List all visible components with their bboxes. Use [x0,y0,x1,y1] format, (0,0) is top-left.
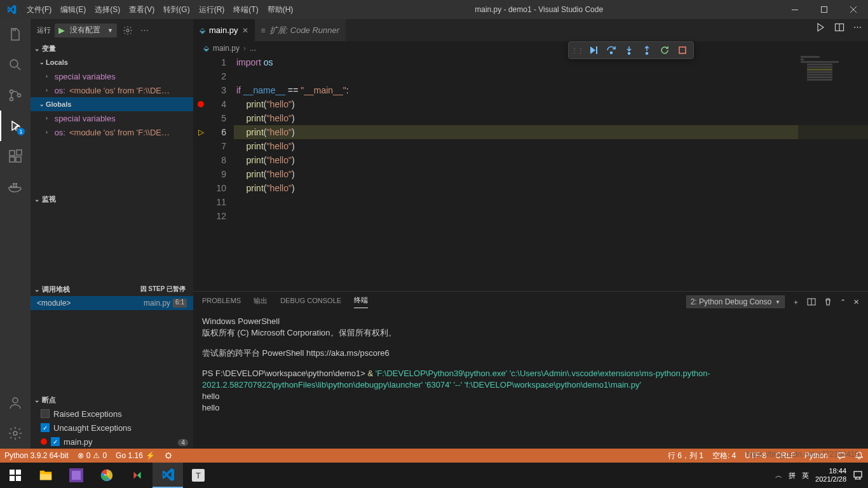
tab-main[interactable]: ⬙main.py✕ [193,19,255,41]
python-version[interactable]: Python 3.9.2 64-bit [0,449,73,463]
svg-point-2 [10,60,18,67]
go-version[interactable]: Go 1.16⚡ [111,449,159,463]
var-special-locals[interactable]: › special variables [31,69,193,83]
menu-terminal[interactable]: 终端(T) [229,4,262,15]
play-icon[interactable]: ▶ [55,25,67,35]
run-debug-icon[interactable]: 1 [0,111,31,141]
var-special-globals[interactable]: › special variables [31,111,193,125]
more-icon[interactable]: ⋯ [139,25,151,35]
checkbox-icon[interactable] [41,409,50,418]
split-terminal-icon[interactable] [807,297,816,306]
start-button[interactable] [0,463,31,488]
checkbox-icon[interactable]: ✓ [51,437,60,446]
section-watch[interactable]: ⌄监视 [31,192,193,206]
close-button[interactable] [839,0,868,19]
stop-button[interactable] [674,43,691,58]
app2-icon[interactable] [122,463,153,488]
callstack-frame[interactable]: <module> main.py6:1 [31,296,193,310]
svg-point-18 [126,29,129,32]
restart-button[interactable] [656,43,673,58]
panel-output[interactable]: 输出 [254,296,268,308]
maximize-button[interactable] [810,0,839,19]
step-over-button[interactable] [603,43,620,58]
section-breakpoints[interactable]: ⌄断点 [31,393,193,407]
step-into-button[interactable] [621,43,637,58]
menubar: 文件(F) 编辑(E) 选择(S) 查看(V) 转到(G) 运行(R) 终端(T… [22,4,297,15]
source-control-icon[interactable] [0,80,31,111]
menu-run[interactable]: 运行(R) [194,4,229,15]
menu-select[interactable]: 选择(S) [90,4,125,15]
chrome-icon[interactable] [92,463,122,488]
var-os-globals[interactable]: › os:<module 'os' from 'F:\\DE… [31,125,193,139]
section-callstack[interactable]: ⌄调用堆栈因 STEP 已暂停 [31,282,193,296]
search-icon[interactable] [0,50,31,80]
vscode-taskbar-icon[interactable] [153,463,183,488]
windows-taskbar: T ︿ 拼 英 18:442021/2/28 [0,463,868,488]
continue-button[interactable] [585,43,602,58]
bp-uncaught[interactable]: ✓Uncaught Exceptions [31,421,193,435]
locals-header[interactable]: ⌄Locals [31,55,193,69]
docker-icon[interactable] [0,172,31,202]
explorer-icon[interactable] [0,19,31,50]
checkbox-icon[interactable]: ✓ [41,423,50,432]
new-terminal-icon[interactable]: ＋ [792,297,799,307]
section-variables[interactable]: ⌄变量 [31,41,193,55]
kill-terminal-icon[interactable] [824,297,832,306]
code-editor[interactable]: ▷ 123456789101112 import osif __name__ =… [193,55,868,291]
menu-file[interactable]: 文件(F) [22,4,56,15]
chevron-down-icon[interactable]: ▼ [104,27,117,34]
globals-header[interactable]: ⌄Globals [31,97,193,111]
minimap[interactable] [798,55,868,291]
debug-toolbar[interactable]: ⋮⋮ [568,41,694,59]
bp-raised[interactable]: Raised Exceptions [31,407,193,421]
breadcrumb[interactable]: ⬙main.py›... [193,41,868,55]
svg-rect-1 [822,7,827,13]
menu-goto[interactable]: 转到(G) [159,4,194,15]
maximize-panel-icon[interactable]: ⌃ [840,298,846,306]
explorer-taskbar-icon[interactable] [31,463,61,488]
svg-rect-14 [13,183,15,185]
close-icon[interactable]: ✕ [242,26,248,35]
split-editor-icon[interactable] [834,22,844,32]
panel-terminal[interactable]: 终端 [354,295,368,308]
tab-ext[interactable]: ≡扩展: Code Runner [255,19,346,41]
extensions-icon[interactable] [0,141,31,172]
step-out-button[interactable] [639,43,655,58]
menu-edit[interactable]: 编辑(E) [56,4,90,15]
close-panel-icon[interactable]: ✕ [853,298,859,306]
panel-problems[interactable]: PROBLEMS [202,297,241,307]
app3-icon[interactable]: T [183,463,214,488]
var-os-locals[interactable]: › os:<module 'os' from 'F:\\DE… [31,83,193,97]
bp-main[interactable]: ✓main.py4 [31,435,193,449]
menu-help[interactable]: 帮助(H) [263,4,298,15]
indent[interactable]: 空格: 4 [708,449,740,463]
tray-chevron-icon[interactable]: ︿ [775,471,782,480]
debug-indicator[interactable] [159,449,177,463]
problems-count[interactable]: ⊗0⚠0 [73,449,111,463]
gear-icon[interactable] [121,25,135,36]
panel: PROBLEMS 输出 DEBUG CONSOLE 终端 2: Python D… [193,291,868,449]
panel-debug[interactable]: DEBUG CONSOLE [280,297,341,307]
menu-view[interactable]: 查看(V) [125,4,159,15]
svg-point-4 [10,98,13,101]
run-file-icon[interactable] [815,22,825,32]
svg-rect-35 [72,471,81,480]
terminal[interactable]: Windows PowerShell 版权所有 (C) Microsoft Co… [193,312,868,449]
action-center-icon[interactable] [853,470,863,480]
minimize-button[interactable] [780,0,810,19]
config-dropdown[interactable]: ▶ 没有配置 ▼ [55,24,117,37]
app-icon[interactable] [61,463,92,488]
more-actions-icon[interactable]: ⋯ [853,22,862,32]
python-file-icon: ⬙ [200,26,205,35]
terminal-dropdown[interactable]: 2: Python Debug Conso▼ [686,295,785,308]
clock[interactable]: 18:442021/2/28 [815,467,846,484]
ime-icon[interactable]: 拼 [789,471,796,480]
settings-gear-icon[interactable] [0,418,31,449]
svg-rect-20 [596,46,597,54]
ime-lang[interactable]: 英 [802,471,809,480]
account-icon[interactable] [0,388,31,418]
system-tray[interactable]: ︿ 拼 英 18:442021/2/28 [775,467,868,484]
drag-grip-icon[interactable]: ⋮⋮ [571,47,584,54]
cursor-position[interactable]: 行 6，列 1 [663,449,708,463]
svg-point-21 [611,52,613,54]
